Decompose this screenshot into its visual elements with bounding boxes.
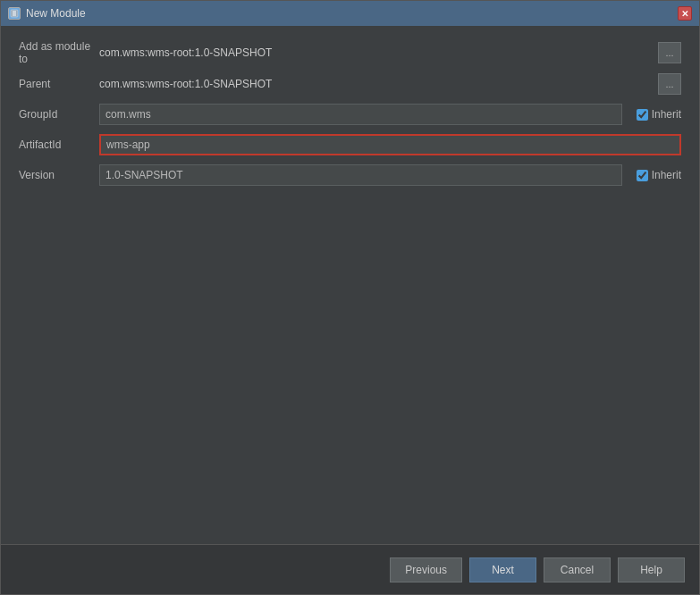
- group-id-inherit-container: Inherit: [637, 108, 681, 121]
- add-as-module-row: Add as module to com.wms:wms-root:1.0-SN…: [19, 40, 681, 65]
- new-module-window: New Module ✕ Add as module to com.wms:wm…: [0, 0, 700, 595]
- version-input[interactable]: [99, 164, 622, 186]
- group-id-input[interactable]: [99, 104, 622, 125]
- version-inherit-checkbox[interactable]: [637, 170, 648, 181]
- group-id-inherit-label: Inherit: [652, 108, 681, 121]
- group-id-input-container: Inherit: [99, 104, 681, 125]
- title-bar: New Module ✕: [1, 1, 699, 26]
- artifact-id-label: ArtifactId: [19, 138, 99, 151]
- footer: Previous Next Cancel Help: [1, 544, 699, 594]
- group-id-inherit-checkbox[interactable]: [637, 109, 648, 121]
- window-title: New Module: [26, 7, 86, 20]
- next-button[interactable]: Next: [469, 557, 536, 582]
- add-as-module-value: com.wms:wms-root:1.0-SNAPSHOT: [99, 46, 658, 59]
- group-id-label: GroupId: [19, 108, 99, 121]
- previous-button[interactable]: Previous: [390, 557, 462, 582]
- version-inherit-container: Inherit: [637, 169, 681, 181]
- add-as-module-browse-button[interactable]: ...: [658, 42, 681, 63]
- form-content: Add as module to com.wms:wms-root:1.0-SN…: [1, 26, 699, 544]
- form-section: Add as module to com.wms:wms-root:1.0-SN…: [19, 40, 681, 187]
- artifact-id-input-container: [99, 134, 681, 155]
- parent-value: com.wms:wms-root:1.0-SNAPSHOT: [99, 78, 658, 90]
- version-input-container: Inherit: [99, 164, 681, 186]
- parent-browse-button[interactable]: ...: [658, 73, 681, 95]
- window-icon: [8, 7, 21, 20]
- group-id-row: GroupId Inherit: [19, 103, 681, 126]
- title-bar-left: New Module: [8, 7, 86, 20]
- help-button[interactable]: Help: [618, 557, 685, 582]
- close-button[interactable]: ✕: [678, 6, 692, 21]
- cancel-button[interactable]: Cancel: [544, 557, 611, 582]
- version-label: Version: [19, 169, 99, 181]
- version-inherit-label: Inherit: [652, 169, 681, 181]
- artifact-id-input[interactable]: [99, 134, 681, 155]
- add-as-module-label: Add as module to: [19, 40, 99, 65]
- parent-row: Parent com.wms:wms-root:1.0-SNAPSHOT ...: [19, 72, 681, 96]
- version-row: Version Inherit: [19, 163, 681, 187]
- artifact-id-row: ArtifactId: [19, 133, 681, 156]
- parent-label: Parent: [19, 78, 99, 90]
